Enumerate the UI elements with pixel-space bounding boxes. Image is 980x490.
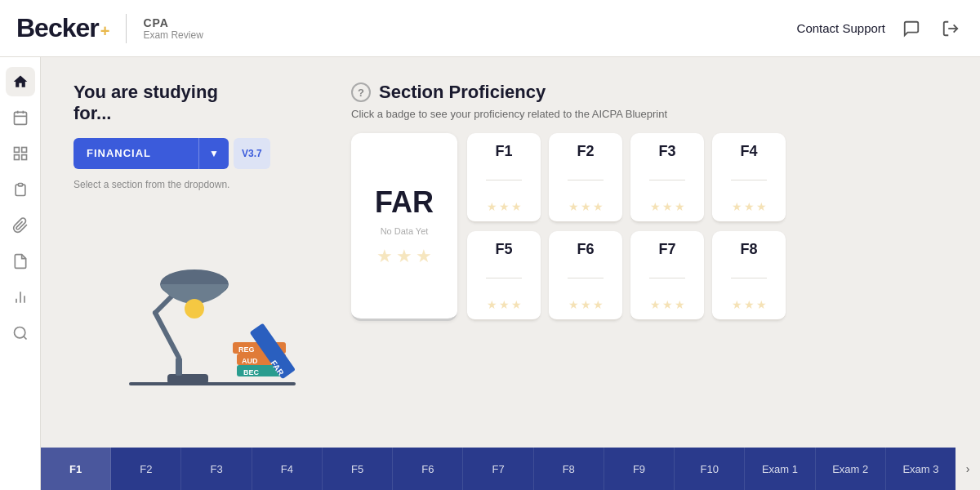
badge-card-f8[interactable]: F8 ★★★ bbox=[712, 231, 786, 321]
bottom-tab-f2[interactable]: F2 bbox=[111, 448, 181, 490]
proficiency-header: ? Section Proficiency bbox=[351, 82, 947, 103]
bottom-tab-f1[interactable]: F1 bbox=[41, 448, 111, 490]
far-star-1: ★ bbox=[376, 246, 393, 267]
far-star-2: ★ bbox=[396, 246, 412, 267]
badge-card-f2[interactable]: F2 ★★★ bbox=[549, 133, 622, 223]
svg-text:BEC: BEC bbox=[243, 368, 260, 376]
badge-card-f3[interactable]: F3 ★★★ bbox=[630, 133, 704, 223]
bottom-tab-f8[interactable]: F8 bbox=[534, 448, 604, 490]
logout-icon[interactable] bbox=[938, 16, 964, 42]
financial-dropdown[interactable]: FINANCIAL ▼ bbox=[74, 138, 229, 169]
study-for-title: You are studying for... bbox=[74, 82, 302, 125]
bottom-tab-f5[interactable]: F5 bbox=[323, 448, 393, 490]
sidebar bbox=[0, 57, 41, 490]
badge-card-f7[interactable]: F7 ★★★ bbox=[630, 231, 704, 321]
svg-rect-9 bbox=[18, 184, 22, 186]
sidebar-item-document[interactable] bbox=[6, 247, 35, 276]
chat-icon[interactable] bbox=[898, 16, 924, 42]
badges-area: FAR No Data Yet ★ ★ ★ F1 bbox=[351, 133, 947, 321]
badges-grid: F1 ★★★ F2 ★★★ bbox=[467, 133, 786, 321]
dropdown-arrow-icon[interactable]: ▼ bbox=[199, 148, 229, 159]
header-divider bbox=[126, 14, 127, 43]
far-label: FAR bbox=[375, 185, 434, 220]
far-card[interactable]: FAR No Data Yet ★ ★ ★ bbox=[351, 133, 457, 321]
svg-point-13 bbox=[14, 327, 24, 338]
proficiency-subtitle: Click a badge to see your proficiency re… bbox=[351, 108, 947, 120]
sidebar-item-search[interactable] bbox=[6, 318, 35, 348]
content-area: You are studying for... FINANCIAL ▼ V3.7… bbox=[41, 57, 980, 448]
sidebar-item-attach[interactable] bbox=[6, 211, 35, 240]
header: Becker + CPA Exam Review Contact Support bbox=[0, 0, 980, 57]
far-stars: ★ ★ ★ bbox=[376, 246, 432, 267]
bottom-tab-exam-1[interactable]: Exam 1 bbox=[745, 448, 815, 490]
svg-line-14 bbox=[23, 336, 26, 340]
badge-card-f6[interactable]: F6 ★★★ bbox=[549, 231, 622, 321]
lamp-illustration: AUD REG BEC FAR bbox=[74, 198, 302, 427]
proficiency-title: Section Proficiency bbox=[379, 82, 546, 103]
bottom-tab-exam-2[interactable]: Exam 2 bbox=[816, 448, 886, 490]
bottom-tabs: F1F2F3F4F5F6F7F8F9F10Exam 1Exam 2Exam 3 bbox=[41, 448, 956, 490]
svg-rect-8 bbox=[21, 155, 26, 160]
expand-button[interactable]: › bbox=[956, 448, 980, 490]
badge-card-f4[interactable]: F4 ★★★ bbox=[712, 133, 786, 223]
svg-rect-5 bbox=[14, 148, 19, 153]
svg-rect-16 bbox=[176, 358, 182, 376]
header-subtitle: CPA Exam Review bbox=[143, 16, 203, 41]
sidebar-item-calendar[interactable] bbox=[6, 103, 35, 132]
sidebar-item-grid[interactable] bbox=[6, 139, 35, 168]
bottom-tab-f9[interactable]: F9 bbox=[604, 448, 675, 490]
svg-rect-6 bbox=[21, 148, 26, 153]
layout: You are studying for... FINANCIAL ▼ V3.7… bbox=[0, 57, 980, 490]
svg-point-20 bbox=[185, 299, 204, 318]
proficiency-section: ? Section Proficiency Click a badge to s… bbox=[351, 82, 947, 321]
version-badge: V3.7 bbox=[234, 138, 270, 169]
bottom-tab-f10[interactable]: F10 bbox=[675, 448, 745, 490]
svg-rect-7 bbox=[14, 155, 19, 160]
top-section: You are studying for... FINANCIAL ▼ V3.7… bbox=[74, 82, 947, 423]
svg-text:REG: REG bbox=[238, 345, 255, 354]
badge-card-f5[interactable]: F5 ★★★ bbox=[467, 231, 541, 321]
bottom-bar: F1F2F3F4F5F6F7F8F9F10Exam 1Exam 2Exam 3 … bbox=[41, 448, 980, 490]
dropdown-row: FINANCIAL ▼ V3.7 bbox=[74, 138, 302, 169]
logo-text: Becker bbox=[16, 13, 99, 43]
help-icon[interactable]: ? bbox=[351, 82, 371, 102]
svg-rect-1 bbox=[14, 112, 26, 124]
exam-review-label: Exam Review bbox=[143, 29, 203, 41]
main-content: You are studying for... FINANCIAL ▼ V3.7… bbox=[41, 57, 980, 490]
sidebar-item-clipboard[interactable] bbox=[6, 175, 35, 204]
select-hint: Select a section from the dropdown. bbox=[74, 179, 302, 190]
far-no-data: No Data Yet bbox=[381, 226, 429, 236]
sidebar-item-chart[interactable] bbox=[6, 283, 35, 312]
study-for-block: You are studying for... FINANCIAL ▼ V3.7… bbox=[74, 82, 302, 378]
logo: Becker + bbox=[16, 13, 109, 43]
illustration-area: AUD REG BEC FAR bbox=[74, 198, 302, 378]
sidebar-item-home[interactable] bbox=[6, 67, 35, 96]
bottom-tab-f7[interactable]: F7 bbox=[463, 448, 533, 490]
logo-plus: + bbox=[100, 22, 110, 41]
far-star-3: ★ bbox=[416, 246, 432, 267]
bottom-tab-f3[interactable]: F3 bbox=[181, 448, 252, 490]
svg-line-17 bbox=[155, 313, 179, 358]
bottom-tab-f6[interactable]: F6 bbox=[393, 448, 463, 490]
cpa-label: CPA bbox=[143, 16, 203, 29]
badge-card-f1[interactable]: F1 ★★★ bbox=[467, 133, 541, 223]
bottom-tab-exam-3[interactable]: Exam 3 bbox=[886, 448, 956, 490]
contact-support-link[interactable]: Contact Support bbox=[797, 21, 885, 35]
financial-label: FINANCIAL bbox=[74, 147, 198, 159]
svg-text:AUD: AUD bbox=[242, 357, 258, 365]
bottom-tab-f4[interactable]: F4 bbox=[252, 448, 323, 490]
header-right: Contact Support bbox=[797, 16, 964, 42]
